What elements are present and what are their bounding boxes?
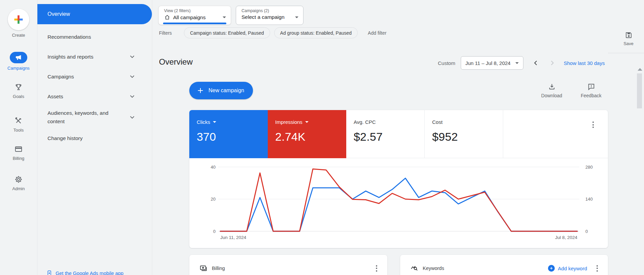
svg-text:280: 280 [585, 165, 593, 170]
rail-label-billing: Billing [13, 156, 25, 161]
campaign-selector-dropdown[interactable]: Campaigns (2) Select a campaign [236, 6, 303, 25]
campaigns-active-pill [10, 52, 27, 63]
campaign-selector-value: Select a campaign [242, 14, 285, 20]
show-last-30-days-link[interactable]: Show last 30 days [564, 60, 605, 66]
scorecard-tabs: Clicks 370 Impressions 2.74K Avg. CPC $2… [189, 110, 608, 158]
feedback-button[interactable]: Feedback [577, 82, 605, 98]
download-icon [548, 82, 556, 91]
rail-label-tools: Tools [13, 128, 24, 133]
chevron-right-icon [548, 59, 556, 67]
date-range-dropdown[interactable]: Jun 11 – Jul 8, 2024 [461, 56, 523, 70]
rail-item-admin[interactable]: Admin [0, 175, 37, 191]
date-mode-label: Custom [438, 60, 455, 66]
chevron-down-icon [130, 55, 134, 58]
chevron-down-icon [130, 95, 134, 98]
panel-divider [608, 53, 644, 53]
credit-card-icon [14, 145, 23, 153]
rail-item-goals[interactable]: Goals [0, 83, 37, 99]
nav-item-campaigns[interactable]: Campaigns [37, 69, 152, 84]
view-selector-label: View (2 filters) [164, 8, 226, 13]
plus-icon [197, 87, 204, 94]
megaphone-icon [15, 54, 22, 61]
new-campaign-button[interactable]: New campaign [189, 82, 253, 99]
keywords-card-kebab-menu[interactable] [594, 263, 600, 274]
billing-card-kebab-menu[interactable] [374, 263, 379, 274]
download-label: Download [541, 93, 562, 98]
trend-magnifier-icon [410, 264, 418, 272]
scorecard-impressions[interactable]: Impressions 2.74K [268, 110, 346, 158]
filter-chip-campaign-status[interactable]: Campaign status: Enabled, Paused [184, 27, 270, 38]
date-controls: Custom Jun 11 – Jul 8, 2024 Show last 30… [438, 56, 605, 70]
view-selector-value: All campaigns [173, 14, 206, 21]
create-label: Create [12, 33, 25, 38]
banknote-icon [199, 264, 207, 272]
svg-text:0: 0 [213, 229, 216, 234]
nav-item-insights-and-reports[interactable]: Insights and reports [37, 49, 152, 64]
rail-item-campaigns[interactable]: Campaigns [0, 52, 37, 71]
create-circle [8, 9, 29, 30]
rail-label-campaigns: Campaigns [7, 66, 30, 71]
svg-text:Jul 8, 2024: Jul 8, 2024 [555, 235, 578, 240]
nav-item-change-history[interactable]: Change history [37, 131, 152, 145]
previous-period-button[interactable] [532, 59, 540, 67]
next-period-button[interactable] [548, 59, 556, 67]
scorecard-clicks-label: Clicks [197, 119, 210, 125]
mobile-app-link-label: Get the Google Ads mobile app [56, 271, 124, 275]
overview-chart: 020400140280Jun 11, 2024Jul 8, 2024 [189, 158, 608, 248]
scorecard-impressions-value: 2.74K [275, 130, 346, 143]
filter-chip-ad-group-status[interactable]: Ad group status: Enabled, Paused [274, 27, 358, 38]
svg-text:Jun 11, 2024: Jun 11, 2024 [220, 235, 247, 240]
nav-item-overview[interactable]: Overview [37, 4, 152, 24]
scorecard-clicks-value: 370 [197, 130, 268, 143]
nav-item-recommendations[interactable]: Recommendations [37, 29, 152, 44]
floppy-disk-icon [624, 31, 633, 39]
phone-download-icon [46, 270, 53, 275]
scorecard-cost-value: $952 [432, 130, 503, 143]
nav-item-audiences-keywords-content[interactable]: Audiences, keywords, and content [37, 109, 152, 126]
rail-item-billing[interactable]: Billing [0, 145, 37, 161]
rail-item-tools[interactable]: Tools [0, 116, 37, 133]
svg-text:40: 40 [211, 165, 216, 170]
dropdown-caret-icon [515, 62, 519, 64]
scorecard-avg-cpc[interactable]: Avg. CPC $2.57 [346, 110, 425, 158]
scrollbar-thumb[interactable] [637, 73, 642, 108]
nav-item-overview-label: Overview [47, 11, 70, 17]
mobile-app-link[interactable]: Get the Google Ads mobile app [46, 270, 124, 275]
create-button[interactable]: Create [0, 9, 37, 38]
save-label: Save [623, 41, 634, 46]
home-icon [164, 14, 170, 21]
save-button[interactable]: Save [617, 31, 640, 46]
scorecard-clicks[interactable]: Clicks 370 [189, 110, 268, 158]
chevron-down-icon [130, 116, 134, 119]
add-keyword-button[interactable]: Add keyword [548, 265, 587, 272]
chevron-down-icon [130, 75, 134, 78]
scorecard-cost[interactable]: Cost $952 [425, 110, 503, 158]
keywords-card[interactable]: Keywords Add keyword [400, 255, 608, 275]
trophy-icon [14, 83, 23, 92]
secondary-nav: Overview Recommendations Insights and re… [37, 0, 152, 275]
nav-item-assets[interactable]: Assets [37, 89, 152, 104]
scorecard-filler [503, 110, 608, 158]
scorecard-impressions-label: Impressions [275, 119, 302, 125]
add-keyword-label: Add keyword [558, 266, 587, 271]
scorecard-cost-label: Cost [432, 119, 443, 125]
billing-card-title: Billing [212, 266, 225, 271]
svg-text:140: 140 [585, 197, 593, 202]
google-plus-icon [13, 14, 24, 25]
scorecard-avg-cpc-label: Avg. CPC [354, 119, 376, 125]
rail-label-admin: Admin [12, 186, 25, 191]
campaign-selector-label: Campaigns (2) [242, 8, 298, 13]
scrollbar-up-arrow[interactable] [638, 68, 642, 71]
chevron-left-icon [532, 59, 540, 67]
filters-label: Filters [159, 30, 172, 36]
view-selector-dropdown[interactable]: View (2 filters) All campaigns [158, 6, 231, 25]
add-filter-button[interactable]: Add filter [368, 30, 386, 36]
plus-circle-icon [548, 265, 555, 272]
date-range-value: Jun 11 – Jul 8, 2024 [465, 60, 511, 66]
new-campaign-label: New campaign [208, 88, 244, 94]
download-button[interactable]: Download [538, 82, 566, 98]
chart-card-kebab-menu[interactable] [590, 119, 596, 130]
left-icon-rail: Create Campaigns Goals Tools B [0, 0, 37, 275]
tools-icon [14, 116, 23, 125]
billing-card[interactable]: Billing [189, 255, 387, 275]
